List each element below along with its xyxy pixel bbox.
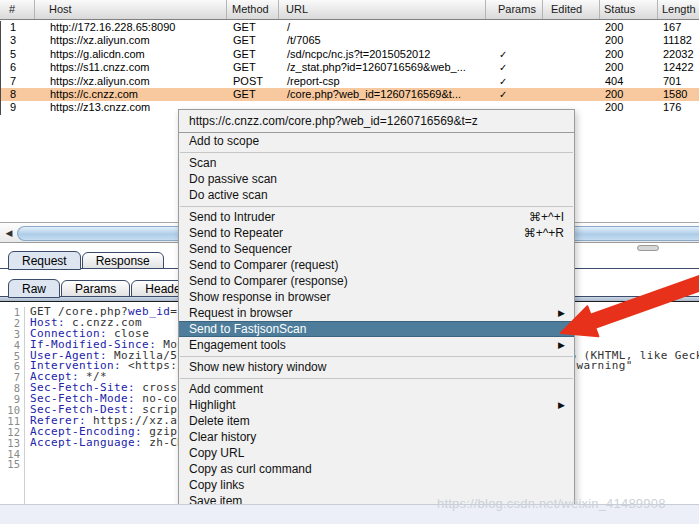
cell-length: 11182 xyxy=(659,34,699,47)
cell-status: 200 xyxy=(601,101,659,114)
context-menu: https://c.cnzz.com/core.php?web_id=12607… xyxy=(178,109,575,510)
column-header-params[interactable]: Params xyxy=(486,0,543,19)
cell-params: ✓ xyxy=(487,48,544,61)
menu-item-clear-history[interactable]: Clear history xyxy=(179,429,574,445)
cell-url: /z_stat.php?id=1260716569&web_... xyxy=(280,61,487,74)
tab-request[interactable]: Request xyxy=(8,251,81,270)
menu-item-send-to-intruder[interactable]: Send to Intruder⌘+^+I xyxy=(179,209,574,225)
cell-status: 200 xyxy=(601,48,659,61)
view-tabs: RawParamsHeaders xyxy=(8,279,206,298)
cell-status: 200 xyxy=(601,88,659,101)
cell-: 5 xyxy=(1,48,36,61)
cell-edited xyxy=(544,48,601,61)
editor-bottom-strip xyxy=(0,504,699,524)
menu-item-delete-item[interactable]: Delete item xyxy=(179,413,574,429)
submenu-arrow-icon: ▶ xyxy=(558,305,565,321)
cell-url: /core.php?web_id=1260716569&t... xyxy=(280,88,487,101)
submenu-arrow-icon: ▶ xyxy=(558,397,565,413)
column-header-status[interactable]: Status xyxy=(600,0,658,19)
column-header-edited[interactable]: Edited xyxy=(543,0,600,19)
message-tabs: RequestResponse xyxy=(8,251,165,270)
cell-host: https://c.cnzz.com xyxy=(36,88,228,101)
menu-item-show-new-history-window[interactable]: Show new history window xyxy=(179,359,574,375)
cell-url: /sd/ncpc/nc.js?t=2015052012 xyxy=(280,48,487,61)
cell-: 3 xyxy=(1,34,36,47)
column-header-[interactable]: # xyxy=(0,0,35,19)
subtab-raw[interactable]: Raw xyxy=(8,279,60,298)
cell-method: GET xyxy=(228,21,280,34)
cell-host: https://s11.cnzz.com xyxy=(36,61,228,74)
cell-length: 1580 xyxy=(659,88,699,101)
cell-method: GET xyxy=(228,88,280,101)
menu-item-send-to-fastjsonscan[interactable]: Send to FastjsonScan xyxy=(179,321,574,337)
cell-method: GET xyxy=(228,61,280,74)
cell-params: ✓ xyxy=(487,88,544,101)
menu-item-request-in-browser[interactable]: Request in browser▶ xyxy=(179,305,574,321)
cell-edited xyxy=(544,61,601,74)
cell-method: GET xyxy=(228,34,280,47)
cell-url: / xyxy=(280,21,487,34)
menu-item-add-comment[interactable]: Add comment xyxy=(179,381,574,397)
menu-item-highlight[interactable]: Highlight▶ xyxy=(179,397,574,413)
history-row-3[interactable]: 3https://xz.aliyun.comGET/t/706520011182 xyxy=(1,34,699,47)
cell-host: https://xz.aliyun.com xyxy=(36,75,228,88)
history-row-1[interactable]: 1http://172.16.228.65:8090GET/200167 xyxy=(1,21,699,34)
menu-item-send-to-repeater[interactable]: Send to Repeater⌘+^+R xyxy=(179,225,574,241)
column-header-method[interactable]: Method xyxy=(227,0,279,19)
cell-params: ✓ xyxy=(487,75,544,88)
menu-item-do-passive-scan[interactable]: Do passive scan xyxy=(179,171,574,187)
cell-method: GET xyxy=(228,48,280,61)
cell-length: 22032 xyxy=(659,48,699,61)
menu-item-show-response-in-browser[interactable]: Show response in browser xyxy=(179,289,574,305)
menu-item-engagement-tools[interactable]: Engagement tools▶ xyxy=(179,337,574,353)
menu-item-add-to-scope[interactable]: Add to scope xyxy=(179,133,574,149)
cell-host: http://172.16.228.65:8090 xyxy=(36,21,228,34)
cell-edited xyxy=(544,34,601,47)
cell-: 1 xyxy=(1,21,36,34)
cell-host: https://g.alicdn.com xyxy=(36,48,228,61)
cell-url: /t/7065 xyxy=(280,34,487,47)
cell-edited xyxy=(544,21,601,34)
menu-item-scan[interactable]: Scan xyxy=(179,155,574,171)
column-header-length[interactable]: Length xyxy=(658,0,699,19)
menu-item-copy-url[interactable]: Copy URL xyxy=(179,445,574,461)
tab-response[interactable]: Response xyxy=(82,252,164,269)
cell-status: 404 xyxy=(601,75,659,88)
cell-url: /report-csp xyxy=(280,75,487,88)
splitter-grip[interactable] xyxy=(637,245,659,251)
column-header-url[interactable]: URL xyxy=(279,0,486,19)
burp-http-history-window: #HostMethodURLParamsEditedStatusLength 1… xyxy=(0,0,699,524)
subtab-params[interactable]: Params xyxy=(61,280,130,297)
submenu-arrow-icon: ▶ xyxy=(558,337,565,353)
menu-item-send-to-comparer-response[interactable]: Send to Comparer (response) xyxy=(179,273,574,289)
cell-method: POST xyxy=(228,75,280,88)
menu-item-send-to-sequencer[interactable]: Send to Sequencer xyxy=(179,241,574,257)
column-header-host[interactable]: Host xyxy=(35,0,227,19)
menu-item-send-to-comparer-request[interactable]: Send to Comparer (request) xyxy=(179,257,574,273)
cell-: 8 xyxy=(1,88,36,101)
cell-: 6 xyxy=(1,61,36,74)
cell-params xyxy=(487,34,544,47)
menu-item-copy-links[interactable]: Copy links xyxy=(179,477,574,493)
history-table-body: 1http://172.16.228.65:8090GET/2001673htt… xyxy=(0,21,699,115)
menu-item-do-active-scan[interactable]: Do active scan xyxy=(179,187,574,203)
cell-status: 200 xyxy=(601,34,659,47)
history-row-5[interactable]: 5https://g.alicdn.comGET/sd/ncpc/nc.js?t… xyxy=(1,48,699,61)
cell-: 9 xyxy=(1,101,36,114)
cell-params: ✓ xyxy=(487,61,544,74)
cell-host: https://xz.aliyun.com xyxy=(36,34,228,47)
menu-item-copy-as-curl-command[interactable]: Copy as curl command xyxy=(179,461,574,477)
context-menu-url-title: https://c.cnzz.com/core.php?web_id=12607… xyxy=(179,110,574,133)
history-row-7[interactable]: 7https://xz.aliyun.comPOST/report-csp✓40… xyxy=(1,75,699,88)
cell-length: 176 xyxy=(659,101,699,114)
cell-length: 167 xyxy=(659,21,699,34)
cell-params xyxy=(487,21,544,34)
cell-status: 200 xyxy=(601,21,659,34)
history-row-6[interactable]: 6https://s11.cnzz.comGET/z_stat.php?id=1… xyxy=(1,61,699,74)
scroll-left-arrow-icon[interactable]: ◀ xyxy=(2,226,16,240)
history-row-8[interactable]: 8https://c.cnzz.comGET/core.php?web_id=1… xyxy=(1,88,699,101)
menu-shortcut: ⌘+^+R xyxy=(524,225,564,241)
cell-edited xyxy=(544,75,601,88)
cell-status: 200 xyxy=(601,61,659,74)
history-table-header: #HostMethodURLParamsEditedStatusLength xyxy=(0,0,699,20)
